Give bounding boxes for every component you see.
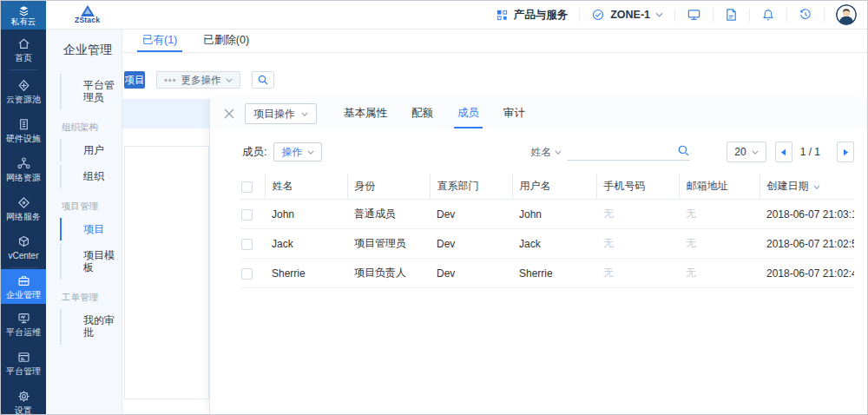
- prev-arrow-icon: [780, 148, 786, 156]
- main-content: 已有(1) 已删除(0) 项目 ••• 更多操作: [122, 30, 867, 414]
- column-phone: 手机号码: [596, 174, 679, 200]
- secondary-sidebar: 企业管理 平台管理员 组织架构 用户 组织 项目管理 项目 项目模板 工单管理 …: [46, 30, 122, 414]
- user-avatar[interactable]: [836, 4, 857, 25]
- divider: [786, 9, 787, 22]
- prev-page-button[interactable]: [775, 142, 792, 162]
- sidebar-item-vcenter[interactable]: vCenter: [1, 227, 46, 267]
- divider: [674, 9, 675, 22]
- bell-icon: [761, 8, 775, 22]
- subnav-section-ticket-mgmt: 工单管理: [46, 292, 122, 304]
- history-button[interactable]: [799, 8, 812, 22]
- list-toolbar: 项目 ••• 更多操作: [124, 71, 274, 89]
- page-indicator: 1 / 1: [800, 146, 820, 158]
- private-cloud-brand[interactable]: 私有云: [1, 1, 46, 30]
- select-all-checkbox[interactable]: [241, 181, 253, 193]
- sidebar-item-settings[interactable]: 设置: [1, 382, 46, 415]
- project-detail-panel: 项目操作 基本属性 配额 成员 审计 成员: 操作 姓名: [209, 99, 867, 414]
- tab-deleted[interactable]: 已删除(0): [198, 30, 254, 52]
- member-search-input[interactable]: [567, 144, 669, 160]
- sidebar-item-home[interactable]: 首页: [1, 30, 46, 69]
- briefcase-icon: [16, 273, 31, 288]
- subnav-item-project-template[interactable]: 项目模板: [60, 244, 122, 280]
- zone-selector[interactable]: ZONE-1: [591, 8, 663, 22]
- members-search-pagination: 姓名 20 1: [530, 142, 854, 162]
- search-field-selector[interactable]: 姓名: [530, 145, 562, 160]
- divider: [824, 9, 825, 22]
- notifications-button[interactable]: [761, 8, 775, 22]
- ops-monitor-icon: [16, 311, 31, 326]
- app-window: 私有云 首页 云资源池 硬件设施 网络资源 网络服务: [0, 0, 868, 415]
- table-row[interactable]: Sherrie 项目负责人 Dev Sherrie 无 无 2018-06-07…: [240, 259, 854, 288]
- brand-label: 私有云: [11, 17, 36, 26]
- member-actions-dropdown[interactable]: 操作: [273, 142, 322, 161]
- search-icon: [257, 74, 269, 86]
- chevron-down-icon: [752, 150, 759, 155]
- selected-project-row[interactable]: [122, 99, 209, 128]
- documents-button[interactable]: [725, 8, 738, 22]
- sidebar-item-network-service[interactable]: 网络服务: [1, 188, 46, 227]
- sidebar-item-platform-mgmt[interactable]: 平台管理: [1, 343, 46, 382]
- subnav-item-project[interactable]: 项目: [60, 218, 122, 240]
- next-page-button[interactable]: [837, 142, 854, 162]
- subnav-item-organization[interactable]: 组织: [60, 165, 122, 188]
- member-search-button[interactable]: [677, 144, 690, 157]
- monitor-icon: [687, 8, 701, 22]
- subnav-section-organization: 组织架构: [46, 122, 122, 134]
- sort-chevron-icon: [813, 185, 820, 189]
- products-grid-icon: [496, 9, 509, 22]
- divider: [579, 9, 580, 22]
- sidebar-item-cloud-pool[interactable]: 云资源池: [1, 71, 46, 110]
- network-service-icon: [16, 195, 31, 210]
- column-created[interactable]: 创建日期: [760, 174, 854, 200]
- tab-existing[interactable]: 已有(1): [137, 30, 182, 52]
- close-icon: [223, 108, 235, 120]
- hardware-icon: [16, 117, 31, 132]
- close-panel-button[interactable]: [223, 108, 235, 120]
- ellipsis-icon: •••: [164, 76, 177, 85]
- row-checkbox[interactable]: [241, 268, 253, 280]
- sidebar-item-platform-ops[interactable]: 平台运维: [1, 304, 46, 343]
- console-button[interactable]: [687, 8, 701, 22]
- column-name: 姓名: [265, 174, 347, 200]
- zstack-logo[interactable]: ZStack: [75, 5, 100, 24]
- sidebar-item-hardware[interactable]: 硬件设施: [1, 110, 46, 149]
- secondary-sidebar-title: 企业管理: [46, 43, 122, 58]
- table-header-row: 姓名 身份 直系部门 用户名 手机号码 邮箱地址 创建日期: [240, 174, 854, 200]
- vcenter-cube-icon: [16, 234, 31, 249]
- primary-sidebar: 私有云 首页 云资源池 硬件设施 网络资源 网络服务: [1, 1, 46, 414]
- sidebar-item-enterprise[interactable]: 企业管理: [1, 269, 46, 304]
- sidebar-item-network-resource[interactable]: 网络资源: [1, 149, 46, 188]
- column-role: 身份: [347, 174, 430, 200]
- stack-layers-icon: [17, 5, 30, 16]
- page-size-dropdown[interactable]: 20: [727, 142, 766, 162]
- gear-icon: [16, 389, 31, 404]
- subnav-item-users[interactable]: 用户: [60, 139, 122, 161]
- tab-quota[interactable]: 配额: [408, 99, 437, 128]
- list-search-button[interactable]: [252, 71, 274, 89]
- products-services-menu[interactable]: 产品与服务: [496, 8, 569, 23]
- row-checkbox[interactable]: [241, 239, 253, 250]
- project-actions-dropdown[interactable]: 项目操作: [245, 103, 317, 124]
- subnav-item-my-approvals[interactable]: 我的审批: [60, 309, 122, 345]
- tab-basic-properties[interactable]: 基本属性: [340, 99, 391, 128]
- subnav-item-platform-admin[interactable]: 平台管理员: [60, 74, 122, 109]
- sidebar-divider: [9, 267, 38, 268]
- chevron-down-icon: [555, 150, 562, 155]
- panel-tabs: 基本属性 配额 成员 审计: [332, 99, 537, 128]
- members-toolbar: 成员: 操作 姓名: [210, 142, 867, 162]
- more-actions-button[interactable]: ••• 更多操作: [156, 71, 240, 89]
- members-table: 姓名 身份 直系部门 用户名 手机号码 邮箱地址 创建日期 John 普通成员: [240, 174, 854, 288]
- document-icon: [725, 8, 738, 22]
- row-checkbox[interactable]: [241, 209, 253, 221]
- table-row[interactable]: Jack 项目管理员 Dev Jack 无 无 2018-06-07 21:02…: [240, 229, 854, 259]
- next-arrow-icon: [843, 148, 849, 156]
- tab-members[interactable]: 成员: [454, 99, 483, 128]
- tab-audit[interactable]: 审计: [500, 99, 529, 128]
- list-tabbar: 已有(1) 已删除(0): [122, 30, 867, 53]
- zone-icon: [591, 8, 605, 22]
- divider: [713, 9, 713, 22]
- table-row[interactable]: John 普通成员 Dev John 无 无 2018-06-07 21:03:…: [240, 200, 854, 229]
- create-project-button[interactable]: 项目: [124, 71, 145, 89]
- topbar-actions: 产品与服务 ZONE-1: [496, 4, 867, 25]
- network-resource-icon: [16, 156, 31, 171]
